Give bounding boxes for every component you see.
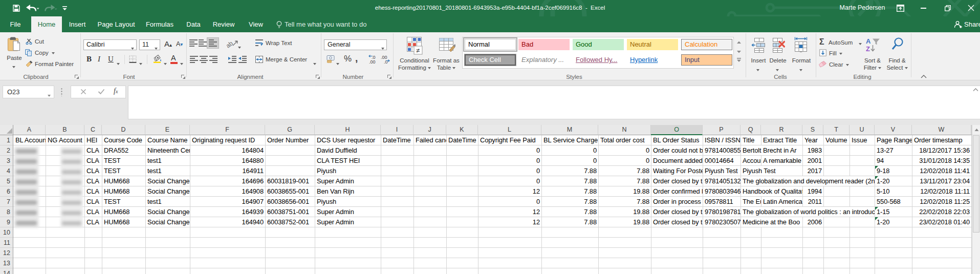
svg-text:.00: .00: [369, 59, 376, 64]
svg-text:.0: .0: [384, 59, 388, 64]
svg-text:ab: ab: [227, 39, 234, 48]
svg-text:Z: Z: [866, 45, 870, 53]
svg-text:≠: ≠: [416, 47, 420, 54]
svg-text:A: A: [866, 37, 871, 45]
